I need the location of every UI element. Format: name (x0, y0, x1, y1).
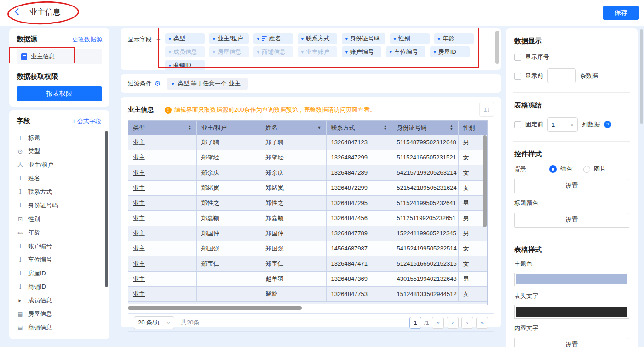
column-sort-icon[interactable]: ▼ (317, 125, 322, 130)
table-row[interactable]: 业主 郑宝仁 郑宝仁 13264847471 51241516650215231… (128, 256, 488, 271)
freeze-checkbox[interactable] (514, 121, 521, 128)
show-first-count-input[interactable] (547, 68, 576, 83)
last-page-button[interactable]: » (476, 317, 488, 329)
cell-type: 业主 (128, 286, 196, 301)
header-text-swatch[interactable] (514, 305, 629, 319)
table-row[interactable]: 业主 郑子聘 郑子聘 13264847123 51154879950231264… (128, 135, 488, 150)
column-header[interactable]: 联系方式 ▲▼ (326, 121, 392, 135)
field-chip[interactable]: ▾ 业主/租户 (209, 33, 249, 44)
display-fields-scrollbar[interactable] (495, 31, 499, 64)
table-row[interactable]: 业主 郑嘉颖 郑嘉颖 13264847456 51125119920523265… (128, 210, 488, 226)
field-chip[interactable]: ▾ 年龄 (434, 33, 474, 44)
table-row[interactable]: 业主 郑国强 郑国强 14564687987 54152419950523251… (128, 241, 488, 256)
filter-condition-chip[interactable]: ▾ 类型 等于任意一个 业主 (167, 78, 247, 90)
column-header[interactable]: 业主/租户 (196, 121, 261, 135)
current-page-input[interactable]: 1 (409, 317, 421, 329)
field-chip[interactable]: ▾ 类型 (165, 33, 205, 44)
table-vertical-scrollbar[interactable] (483, 135, 487, 227)
field-list-item[interactable]: I 房屋ID (17, 267, 105, 280)
field-chip[interactable]: ▾ 联系方式 (298, 33, 337, 44)
field-chip[interactable]: ▾ 身份证号码 (342, 33, 385, 44)
image-radio[interactable]: 图片 (583, 165, 606, 173)
first-page-button[interactable]: « (432, 317, 444, 329)
field-label: 成员信息 (28, 296, 52, 305)
field-list-item[interactable]: ⊙ 类型 (17, 145, 105, 159)
field-chip[interactable]: ▾ 业主账户 (298, 46, 337, 57)
field-list-item[interactable]: ⊡ 性别 (17, 212, 105, 226)
column-sort-icon[interactable]: ▲▼ (384, 125, 387, 131)
save-button[interactable]: 保存 (603, 6, 639, 20)
page-scrollbar[interactable] (640, 29, 643, 124)
column-header[interactable]: 性别 (458, 121, 488, 135)
show-first-checkbox[interactable] (514, 73, 521, 80)
table-row[interactable]: 业主 晓旋 13264847753 151248133502944512 女 (128, 286, 488, 301)
chevron-down-icon: ▾ (438, 36, 440, 41)
field-list-item[interactable]: I 姓名 (17, 172, 105, 186)
fields-scrollbar[interactable] (105, 131, 108, 287)
page-title[interactable]: 业主信息 (27, 7, 63, 20)
report-permission-button[interactable]: 报表权限 (17, 86, 102, 101)
field-list-item[interactable]: I 商铺ID (17, 280, 105, 294)
field-list-item[interactable]: I 账户编号 (17, 239, 105, 253)
table-row[interactable]: 业主 赵单羽 13264847369 430155199402132648 男 (128, 271, 488, 286)
title-color-set-button[interactable]: 设置 (514, 213, 629, 228)
column-sort-icon[interactable]: ▲▼ (188, 125, 192, 131)
field-chip[interactable]: ▾ 房屋ID (430, 46, 470, 57)
field-chip[interactable]: ▾ 成员信息 (165, 46, 205, 57)
background-set-button[interactable]: 设置 (514, 179, 629, 193)
table-row[interactable]: 业主 郑绪岚 郑绪岚 13264872299 52154218950523162… (128, 180, 488, 195)
field-list-item[interactable]: I 身份证号码 (17, 199, 105, 213)
field-chip[interactable]: ▾ 姓名 (253, 33, 293, 44)
field-list-item[interactable]: ▶ 成员信息 (17, 294, 105, 307)
cell-tenant: 郑余庆 (196, 165, 261, 180)
field-chip[interactable]: ▾ 性别 (390, 33, 430, 44)
help-icon[interactable]: ? (604, 121, 611, 128)
gear-icon[interactable]: ⚙ (155, 80, 161, 88)
field-list-item[interactable]: 123 年龄 (17, 226, 105, 240)
field-chip[interactable]: ▾ 商铺ID (165, 60, 205, 71)
field-chip[interactable]: ▾ 商铺信息 (253, 46, 293, 57)
field-list-item[interactable]: I 车位编号 (17, 253, 105, 267)
field-list-item[interactable]: I 联系方式 (17, 185, 105, 199)
field-chip[interactable]: ▾ 车位编号 (386, 46, 426, 57)
field-chip[interactable]: ▾ 房屋信息 (209, 46, 249, 57)
change-datasource-link[interactable]: 更改数据源 (72, 35, 102, 44)
freeze-unit: 列数据 (582, 120, 600, 129)
theme-color-swatch[interactable] (514, 273, 629, 286)
sort-tool-button[interactable]: 1↓ (479, 102, 494, 117)
page-size-select[interactable]: 20 条/页 ∨ (134, 316, 174, 329)
table-row[interactable]: 业主 郑国仲 郑国仲 13264847789 15224119960521234… (128, 226, 488, 241)
field-label: 车位编号 (28, 256, 52, 264)
field-list-item[interactable]: 人 业主/租户 (17, 158, 105, 172)
cell-tenant (196, 286, 261, 301)
next-page-button[interactable]: › (461, 317, 473, 329)
field-list-item[interactable]: ▤ 商铺信息 (17, 321, 105, 335)
table-horizontal-scrollbar[interactable] (128, 306, 488, 310)
table-header-row: 类型 ▲▼ 业主/租户 (128, 121, 488, 135)
table-row[interactable]: 业主 郑肇经 郑肇经 13264847299 51152416650523152… (128, 150, 488, 165)
chevron-down-icon: ∨ (167, 320, 170, 325)
show-index-checkbox[interactable] (514, 54, 521, 61)
back-icon[interactable] (15, 8, 22, 16)
column-header[interactable]: 身份证号码 ▲▼ (392, 121, 458, 135)
field-chip[interactable]: ▾ 账户编号 (342, 46, 381, 57)
datasource-item[interactable]: 业主信息 (17, 49, 102, 64)
solid-color-radio[interactable]: 纯色 (549, 165, 572, 173)
freeze-count-select[interactable]: 1 ∨ (547, 117, 578, 132)
table-row[interactable]: 业主 郑性之 郑性之 13264847295 51152419950523264… (128, 195, 488, 210)
prev-page-button[interactable]: ‹ (447, 317, 459, 329)
cell-name: 郑肇经 (261, 150, 326, 165)
cell-idcard: 430155199402132648 (392, 271, 458, 286)
column-sort-icon[interactable]: ▲▼ (450, 125, 454, 131)
add-formula-field-link[interactable]: + 公式字段 (72, 117, 101, 125)
column-header[interactable]: 类型 ▲▼ (128, 121, 196, 135)
total-count: 共20条 (181, 319, 199, 327)
add-display-field-button[interactable]: + (156, 33, 161, 71)
content-text-set-button[interactable]: 设置 (514, 338, 629, 347)
table-row[interactable]: 业主 郑余庆 郑余庆 13264847289 54215719920526321… (128, 165, 488, 180)
field-list-item[interactable]: T 标题 (17, 131, 105, 145)
field-list-item[interactable]: ▤ 房屋信息 (17, 307, 105, 321)
solid-color-label: 纯色 (560, 165, 572, 173)
cell-phone: 13264847299 (326, 150, 392, 165)
column-header[interactable]: 姓名 ▼ (261, 121, 326, 135)
